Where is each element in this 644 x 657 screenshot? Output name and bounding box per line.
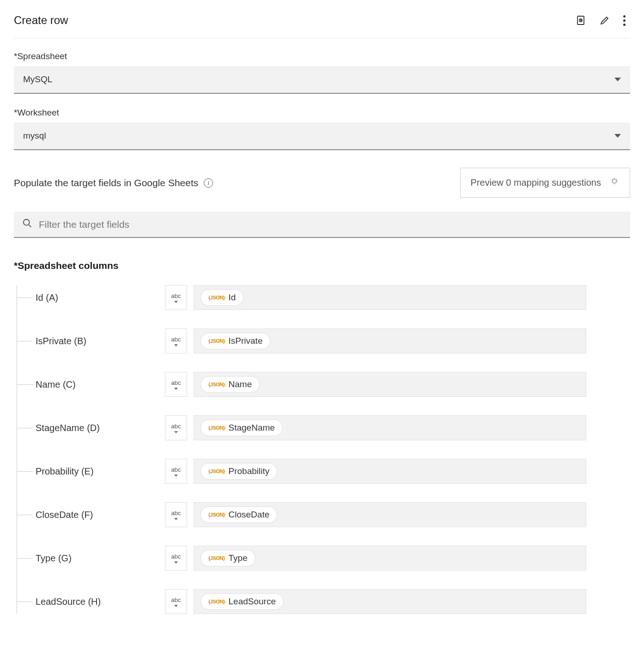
mapping-row: Probability (E) abc JSON Probability xyxy=(17,459,630,484)
spreadsheet-field: *Spreadsheet MySQL xyxy=(14,51,630,94)
filter-box[interactable] xyxy=(14,212,630,238)
mapping-value-field[interactable]: JSON IsPrivate xyxy=(194,328,586,353)
type-label: abc xyxy=(171,379,181,386)
mapped-token-label: IsPrivate xyxy=(229,336,263,346)
mapped-token[interactable]: JSON StageName xyxy=(200,420,283,436)
chevron-down-icon xyxy=(174,474,178,477)
tree-branch xyxy=(17,471,33,472)
type-selector[interactable]: abc xyxy=(165,372,187,397)
mapping-value-field[interactable]: JSON Probability xyxy=(194,459,586,484)
mapping-value-field[interactable]: JSON LeadSource xyxy=(194,589,586,614)
mapped-token[interactable]: JSON IsPrivate xyxy=(200,333,270,349)
mapped-token-label: Name xyxy=(229,379,252,389)
mapping-row: LeadSource (H) abc JSON LeadSource xyxy=(17,589,630,614)
mapped-token-label: Id xyxy=(229,292,236,303)
svg-point-3 xyxy=(24,219,30,225)
svg-point-2 xyxy=(612,179,616,183)
type-label: abc xyxy=(171,336,181,343)
clipboard-icon[interactable] xyxy=(575,15,586,26)
mapped-token[interactable]: JSON Id xyxy=(200,289,243,306)
tree-branch xyxy=(17,341,33,341)
mapping-value-field[interactable]: JSON StageName xyxy=(194,415,586,440)
mapped-token[interactable]: JSON Probability xyxy=(200,463,277,480)
type-label: abc xyxy=(171,292,181,299)
tree-branch xyxy=(17,558,33,559)
json-tag-icon: JSON xyxy=(208,468,225,474)
json-tag-icon: JSON xyxy=(208,512,225,517)
spreadsheet-value: MySQL xyxy=(23,74,52,85)
mapped-token-label: LeadSource xyxy=(229,596,276,607)
tree-branch xyxy=(17,515,33,515)
mapping-value-field[interactable]: JSON Type xyxy=(194,546,586,571)
column-label: Name (C) xyxy=(36,379,165,390)
chevron-down-icon xyxy=(614,78,621,81)
spreadsheet-label: *Spreadsheet xyxy=(14,51,630,61)
chevron-down-icon xyxy=(174,605,178,607)
chevron-down-icon xyxy=(174,431,178,433)
populate-label: Populate the target fields in Google She… xyxy=(14,177,198,189)
mapping-row: Name (C) abc JSON Name xyxy=(17,372,630,397)
type-selector[interactable]: abc xyxy=(165,459,187,484)
mapping-row: Type (G) abc JSON Type xyxy=(17,546,630,571)
tree-branch xyxy=(17,384,33,385)
mapped-token[interactable]: JSON LeadSource xyxy=(200,593,284,610)
type-label: abc xyxy=(171,466,181,473)
type-selector[interactable]: abc xyxy=(165,546,187,571)
mapping-value-field[interactable]: JSON Name xyxy=(194,372,586,397)
chevron-down-icon xyxy=(174,388,178,390)
mapped-token[interactable]: JSON Type xyxy=(200,550,255,566)
preview-suggestions-button[interactable]: Preview 0 mapping suggestions xyxy=(460,168,630,198)
mapping-row: CloseDate (F) abc JSON CloseDate xyxy=(17,502,630,527)
worksheet-select[interactable]: mysql xyxy=(14,122,630,150)
mapped-token[interactable]: JSON Name xyxy=(200,376,260,393)
worksheet-value: mysql xyxy=(23,131,46,141)
info-icon[interactable]: i xyxy=(204,178,213,188)
mapping-row: Id (A) abc JSON Id xyxy=(17,285,630,310)
type-selector[interactable]: abc xyxy=(165,285,187,310)
pencil-icon[interactable] xyxy=(599,15,610,26)
type-label: abc xyxy=(171,423,181,430)
column-label: StageName (D) xyxy=(36,423,165,433)
worksheet-field: *Worksheet mysql xyxy=(14,108,630,150)
panel-header: Create row xyxy=(14,14,630,38)
chevron-down-icon xyxy=(614,134,621,138)
chevron-down-icon xyxy=(174,301,178,303)
mapped-token-label: StageName xyxy=(229,423,275,433)
type-selector[interactable]: abc xyxy=(165,415,187,440)
more-icon[interactable] xyxy=(623,15,626,26)
json-tag-icon: JSON xyxy=(208,599,225,604)
filter-input[interactable] xyxy=(39,219,622,230)
chevron-down-icon xyxy=(174,518,178,520)
chevron-down-icon xyxy=(174,561,178,564)
worksheet-label: *Worksheet xyxy=(14,108,630,118)
mapped-token-label: CloseDate xyxy=(229,510,270,520)
search-icon xyxy=(22,218,32,231)
spreadsheet-select[interactable]: MySQL xyxy=(14,66,630,94)
type-selector[interactable]: abc xyxy=(165,502,187,527)
type-selector[interactable]: abc xyxy=(165,589,187,614)
populate-text: Populate the target fields in Google She… xyxy=(14,177,213,189)
column-label: IsPrivate (B) xyxy=(36,336,165,347)
lightbulb-icon xyxy=(609,176,620,189)
json-tag-icon: JSON xyxy=(208,555,225,561)
json-tag-icon: JSON xyxy=(208,425,225,431)
mapped-token-label: Type xyxy=(229,553,248,563)
column-label: CloseDate (F) xyxy=(36,510,165,520)
type-label: abc xyxy=(171,553,181,560)
column-label: LeadSource (H) xyxy=(36,596,165,607)
mapping-value-field[interactable]: JSON Id xyxy=(194,285,586,310)
chevron-down-icon xyxy=(174,344,178,347)
mapped-token-label: Probability xyxy=(229,466,270,476)
tree-branch xyxy=(17,428,33,428)
json-tag-icon: JSON xyxy=(208,295,225,300)
mapping-row: IsPrivate (B) abc JSON IsPrivate xyxy=(17,328,630,353)
mapping-row: StageName (D) abc JSON StageName xyxy=(17,415,630,440)
column-label: Type (G) xyxy=(36,553,165,564)
mapping-value-field[interactable]: JSON CloseDate xyxy=(194,502,586,527)
tree-branch xyxy=(17,298,33,298)
type-selector[interactable]: abc xyxy=(165,328,187,353)
panel-title: Create row xyxy=(14,14,575,27)
tree-branch xyxy=(17,602,33,602)
mapped-token[interactable]: JSON CloseDate xyxy=(200,506,277,523)
columns-title: *Spreadsheet columns xyxy=(14,260,630,271)
